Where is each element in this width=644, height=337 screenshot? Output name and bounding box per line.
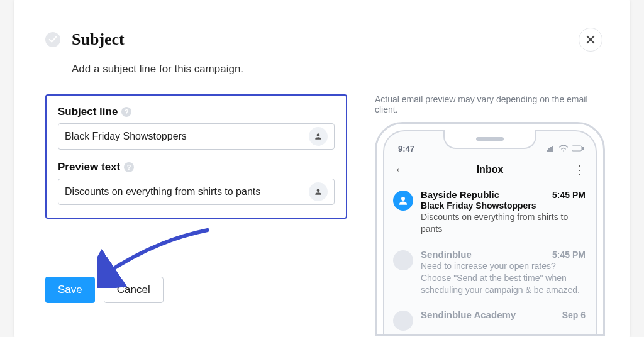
preview-text-input-wrap (58, 179, 335, 205)
personalize-subject-button[interactable] (309, 127, 328, 146)
person-icon (397, 195, 409, 206)
phone-status-icons (547, 145, 584, 152)
svg-point-6 (401, 197, 405, 201)
action-buttons: Save Cancel (45, 277, 347, 303)
phone-clock: 9:47 (398, 144, 414, 153)
phone-screen: 9:47 ← Inbox ⋮ (383, 130, 597, 334)
form-box: Subject line ? Preview text ? (45, 94, 347, 219)
more-icon: ⋮ (574, 163, 586, 177)
help-icon[interactable]: ? (124, 162, 134, 172)
form-column: Subject line ? Preview text ? (45, 94, 347, 336)
inbox-message: Sendinblue Academy Sep 6 (384, 304, 596, 334)
preview-text-label-text: Preview text (58, 161, 120, 174)
inbox-message: Sendinblue 5:45 PM Need to increase your… (384, 244, 596, 305)
svg-rect-4 (572, 146, 582, 151)
svg-rect-5 (582, 147, 584, 150)
avatar (393, 250, 413, 270)
cancel-button[interactable]: Cancel (104, 277, 164, 303)
message-time: 5:45 PM (552, 250, 586, 260)
preview-text-input[interactable] (65, 186, 304, 197)
personalize-preview-button[interactable] (309, 182, 328, 201)
svg-rect-0 (547, 150, 548, 152)
help-icon[interactable]: ? (121, 107, 131, 117)
person-icon (314, 132, 323, 141)
message-sender: Sendinblue Academy (421, 309, 516, 320)
message-time: Sep 6 (562, 310, 586, 320)
phone-notch (443, 130, 536, 149)
preview-note: Actual email preview may vary depending … (375, 94, 605, 114)
svg-rect-2 (550, 147, 552, 152)
signal-icon (547, 145, 555, 152)
panel-subtitle: Add a subject line for this campaign. (72, 63, 605, 75)
inbox-title: Inbox (477, 164, 504, 175)
phone-mockup: 9:47 ← Inbox ⋮ (375, 122, 605, 336)
panel-header: Subject (45, 30, 605, 49)
preview-text-label: Preview text ? (58, 161, 335, 174)
svg-rect-3 (552, 146, 553, 152)
back-arrow-icon: ← (394, 163, 406, 177)
inbox-header: ← Inbox ⋮ (384, 158, 596, 184)
avatar (393, 311, 413, 331)
inbox-message: Bayside Republic 5:45 PM Black Friday Sh… (384, 184, 596, 244)
save-button[interactable]: Save (45, 277, 95, 303)
check-circle-icon (45, 32, 60, 47)
avatar (393, 191, 413, 211)
subject-line-label-text: Subject line (58, 106, 118, 118)
subject-line-input-wrap (58, 123, 335, 150)
battery-icon (572, 145, 584, 152)
svg-rect-1 (548, 148, 550, 152)
subject-line-input[interactable] (65, 131, 304, 142)
person-icon (314, 187, 323, 196)
message-preview: Discounts on everything from shirts to p… (421, 211, 586, 235)
message-sender: Bayside Republic (421, 189, 499, 200)
subject-line-label: Subject line ? (58, 106, 335, 118)
wifi-icon (559, 145, 568, 152)
message-time: 5:45 PM (552, 190, 586, 200)
preview-column: Actual email preview may vary depending … (375, 94, 605, 336)
message-subject: Black Friday Showstoppers (421, 201, 586, 211)
message-preview: Need to increase your open rates? Choose… (421, 260, 586, 296)
close-button[interactable] (579, 28, 602, 52)
panel-title: Subject (72, 30, 125, 49)
message-sender: Sendinblue (421, 249, 472, 260)
close-icon (586, 35, 595, 44)
subject-panel: Subject Add a subject line for this camp… (14, 0, 630, 337)
